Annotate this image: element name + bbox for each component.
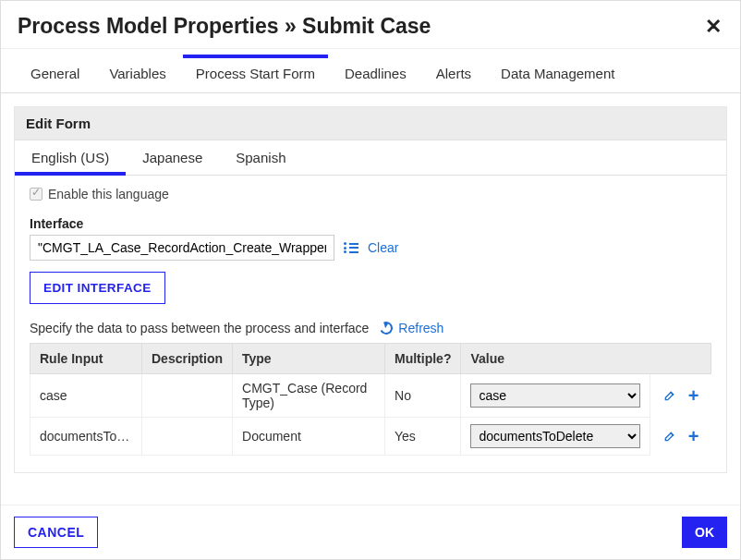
main-tabs: General Variables Process Start Form Dea… — [1, 56, 740, 93]
panel-title: Edit Form — [15, 107, 726, 140]
clear-link[interactable]: Clear — [368, 240, 398, 255]
cell-type: CMGT_Case (Record Type) — [233, 374, 385, 418]
interface-input[interactable] — [30, 235, 334, 261]
process-model-properties-dialog: Process Model Properties » Submit Case ✕… — [0, 0, 741, 560]
dialog-header: Process Model Properties » Submit Case ✕ — [1, 1, 740, 48]
picker-icon[interactable] — [344, 242, 358, 253]
th-multiple: Multiple? — [385, 344, 461, 374]
dialog-footer: CANCEL OK — [1, 505, 740, 559]
interface-row: Clear — [30, 235, 711, 261]
dialog-title: Process Model Properties » Submit Case — [18, 14, 431, 39]
value-select[interactable]: documentsToDelete — [470, 424, 639, 448]
edit-icon[interactable] — [662, 428, 678, 444]
cell-rule-input: case — [30, 374, 142, 418]
plus-icon[interactable]: + — [686, 428, 702, 444]
enable-language-label: Enable this language — [48, 187, 169, 201]
enable-language-row: Enable this language — [30, 187, 711, 201]
cell-multiple: No — [385, 374, 461, 418]
th-type: Type — [233, 344, 385, 374]
cell-type: Document — [233, 418, 385, 456]
pass-data-text: Specify the data to pass between the pro… — [30, 321, 369, 335]
enable-language-checkbox[interactable] — [30, 188, 43, 201]
cell-actions: + — [650, 418, 711, 456]
pass-data-row: Specify the data to pass between the pro… — [30, 321, 711, 335]
th-value: Value — [461, 344, 711, 374]
lang-tab-spanish[interactable]: Spanish — [219, 140, 302, 175]
edit-icon[interactable] — [662, 387, 678, 404]
tab-data-management[interactable]: Data Management — [488, 56, 627, 92]
th-rule-input: Rule Input — [30, 344, 142, 374]
value-select[interactable]: case — [470, 383, 639, 408]
lang-tab-japanese[interactable]: Japanese — [126, 140, 219, 175]
cell-rule-input: documentsToDelete — [30, 418, 142, 456]
table-row: documentsToDelete Document Yes documents… — [30, 418, 711, 456]
table-header-row: Rule Input Description Type Multiple? Va… — [30, 344, 711, 374]
cell-value: documentsToDelete — [461, 418, 650, 456]
edit-form-panel: Edit Form English (US) Japanese Spanish … — [14, 106, 727, 473]
divider — [1, 48, 740, 49]
edit-interface-button[interactable]: EDIT INTERFACE — [30, 272, 165, 304]
refresh-link[interactable]: Refresh — [398, 321, 443, 335]
plus-icon[interactable]: + — [686, 387, 702, 404]
table-row: case CMGT_Case (Record Type) No case — [30, 374, 711, 418]
tab-variables[interactable]: Variables — [96, 56, 178, 92]
th-description: Description — [142, 344, 233, 374]
cell-description — [142, 418, 233, 456]
panel-body: Enable this language Interface Clear EDI… — [15, 176, 726, 472]
tab-general[interactable]: General — [18, 56, 92, 92]
lang-tab-english[interactable]: English (US) — [15, 140, 126, 175]
tab-deadlines[interactable]: Deadlines — [332, 56, 419, 92]
cell-multiple: Yes — [385, 418, 461, 456]
dialog-content: Edit Form English (US) Japanese Spanish … — [1, 93, 740, 505]
rule-inputs-table: Rule Input Description Type Multiple? Va… — [30, 343, 711, 456]
tab-alerts[interactable]: Alerts — [423, 56, 484, 92]
ok-button[interactable]: OK — [682, 517, 727, 548]
refresh-icon[interactable] — [378, 320, 395, 336]
tab-process-start-form[interactable]: Process Start Form — [183, 56, 328, 92]
close-icon[interactable]: ✕ — [705, 17, 722, 37]
cell-description — [142, 374, 233, 418]
cell-value: case — [461, 374, 650, 418]
cancel-button[interactable]: CANCEL — [14, 517, 98, 548]
language-tabs: English (US) Japanese Spanish — [15, 140, 726, 176]
interface-label: Interface — [30, 216, 711, 231]
cell-actions: + — [650, 374, 711, 418]
